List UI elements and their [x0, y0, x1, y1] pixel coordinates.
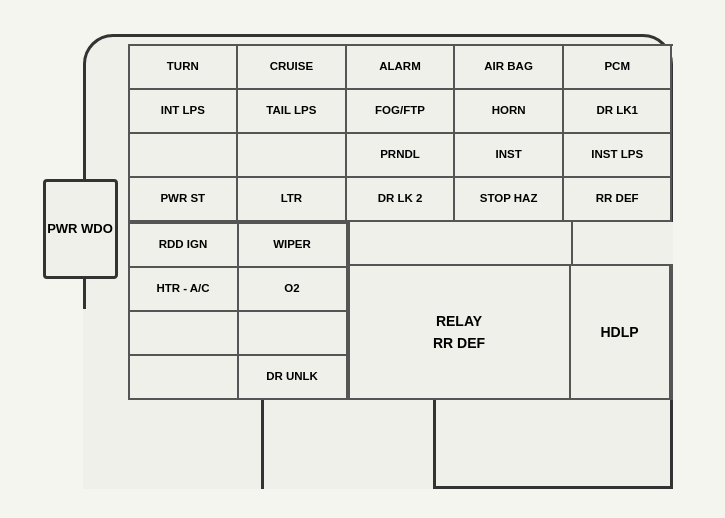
bottom-right-wrapper: RELAYRR DEF HDLP	[348, 222, 673, 400]
cell-dr-lk1: DR LK1	[564, 90, 673, 134]
bottom-section: RDD IGN WIPER HTR - A/C O2 DR UNLK	[128, 222, 673, 400]
hdlp-box: HDLP	[571, 266, 671, 400]
cell-rr-def: RR DEF	[564, 178, 673, 222]
cell-bl-empty-2	[239, 312, 348, 356]
cell-bl-empty-3	[130, 356, 239, 400]
cell-horn: HORN	[455, 90, 564, 134]
cell-empty-2	[238, 134, 347, 178]
cell-cruise: CRUISE	[238, 46, 347, 90]
cell-wiper: WIPER	[239, 224, 348, 268]
cell-o2: O2	[239, 268, 348, 312]
cell-inst: INST	[455, 134, 564, 178]
relay-top-row	[350, 222, 673, 266]
relay-top-empty-left	[350, 222, 573, 264]
cell-bl-empty-1	[130, 312, 239, 356]
cell-airbag: AIR BAG	[455, 46, 564, 90]
grid-wrapper: TURN CRUISE ALARM AIR BAG PCM INT LPS TA…	[128, 44, 673, 474]
relay-rr-def-box: RELAYRR DEF	[350, 266, 571, 400]
pwr-wdo-label: PWR WDO	[47, 220, 113, 238]
cell-dr-unlk: DR UNLK	[239, 356, 348, 400]
cell-turn: TURN	[130, 46, 239, 90]
cell-alarm: ALARM	[347, 46, 456, 90]
cell-dr-lk2: DR LK 2	[347, 178, 456, 222]
top-grid: TURN CRUISE ALARM AIR BAG PCM INT LPS TA…	[128, 44, 673, 222]
cell-inst-lps: INST LPS	[564, 134, 673, 178]
cell-fog-ftp: FOG/FTP	[347, 90, 456, 134]
cell-prndl: PRNDL	[347, 134, 456, 178]
hdlp-label: HDLP	[600, 324, 638, 340]
bottom-left-grid: RDD IGN WIPER HTR - A/C O2 DR UNLK	[130, 222, 348, 400]
relay-label: RELAYRR DEF	[433, 310, 485, 355]
cell-int-lps: INT LPS	[130, 90, 239, 134]
cell-tail-lps: TAIL LPS	[238, 90, 347, 134]
relay-bottom-row: RELAYRR DEF HDLP	[350, 266, 673, 400]
cell-pwr-st: PWR ST	[130, 178, 239, 222]
cell-empty-1	[130, 134, 239, 178]
cell-pcm: PCM	[564, 46, 673, 90]
cell-ltr: LTR	[238, 178, 347, 222]
fuse-box: PWR WDO TURN CRUISE ALARM AIR BAG PCM IN…	[23, 14, 703, 504]
cell-rdd-ign: RDD IGN	[130, 224, 239, 268]
cell-stop-haz: STOP HAZ	[455, 178, 564, 222]
pwr-wdo-box: PWR WDO	[43, 179, 118, 279]
cell-htr-ac: HTR - A/C	[130, 268, 239, 312]
relay-top-empty-right	[573, 222, 673, 264]
